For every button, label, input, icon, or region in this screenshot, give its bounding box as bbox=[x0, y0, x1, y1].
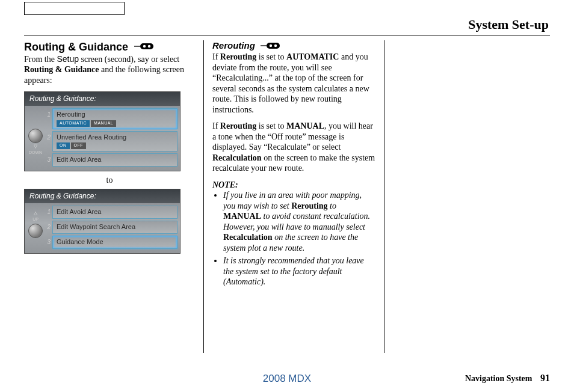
dial-knob-icon bbox=[28, 129, 43, 143]
column-1: Routing & Guidance From the Setup screen… bbox=[24, 40, 203, 353]
n1-f: Recalculation bbox=[223, 233, 273, 242]
ss2-row-1-num: 1 bbox=[45, 209, 51, 216]
ss1-row-1: 1 Rerouting AUTOMATIC MANUAL bbox=[52, 108, 177, 129]
screenshot-1-rows: 1 Rerouting AUTOMATIC MANUAL 2 Unverifie… bbox=[46, 106, 180, 171]
p2-bold3: Recalculation bbox=[212, 153, 262, 162]
intro-paragraph: From the Setup screen (second), say or s… bbox=[24, 54, 195, 86]
footer-model-year: 2008 MDX bbox=[24, 373, 550, 385]
chevron-down-icon: ▽ bbox=[34, 144, 37, 149]
between-label: to bbox=[24, 175, 195, 186]
screenshot-1-body: ▽ DOWN 1 Rerouting AUTOMATIC MANUAL bbox=[25, 106, 180, 171]
ss2-row-1-label: Edit Avoid Area bbox=[57, 208, 101, 215]
p2-text: If bbox=[212, 121, 220, 130]
content-columns: Routing & Guidance From the Setup screen… bbox=[24, 40, 550, 353]
ss2-row-2-label: Edit Waypoint Search Area bbox=[57, 223, 135, 230]
ss1-row-2-label: Unverified Area Routing bbox=[57, 133, 126, 141]
intro-bold: Routing & Guidance bbox=[24, 65, 99, 74]
toggle-manual: MANUAL bbox=[91, 120, 116, 127]
screenshot-1-dial: ▽ DOWN bbox=[25, 106, 46, 171]
p1-bold1: Rerouting bbox=[220, 52, 256, 61]
ss1-row-2-toggles: ON OFF bbox=[57, 142, 173, 149]
n1-c: to bbox=[328, 201, 336, 210]
ss1-row-1-toggles: AUTOMATIC MANUAL bbox=[57, 120, 173, 127]
note-item-1: If you live in an area with poor mapping… bbox=[223, 190, 375, 253]
ss1-row-1-label: Rerouting bbox=[57, 111, 85, 118]
screenshot-2-dial: △ UP bbox=[25, 203, 46, 253]
svg-point-2 bbox=[143, 45, 145, 47]
paragraph-manual: If Rerouting is set to MANUAL, you will … bbox=[212, 121, 375, 174]
dial-down-label: DOWN bbox=[29, 150, 42, 156]
paragraph-automatic: If Rerouting is set to AUTOMATIC and you… bbox=[212, 52, 375, 115]
ss2-row-3-num: 3 bbox=[45, 239, 51, 247]
note-list: If you live in an area with poor mapping… bbox=[212, 190, 375, 287]
dial-knob-icon bbox=[28, 224, 43, 238]
column-3 bbox=[384, 40, 540, 353]
column-2: Rerouting If Rerouting is set to AUTOMAT… bbox=[203, 40, 384, 353]
p2-bold1: Rerouting bbox=[220, 121, 256, 130]
p1-text2: is set to bbox=[256, 52, 286, 61]
note-item-2: It is strongly recommended that you leav… bbox=[223, 256, 375, 287]
ss1-row-2: 2 Unverified Area Routing ON OFF bbox=[52, 131, 177, 152]
screenshot-2-rows: 1 Edit Avoid Area 2 Edit Waypoint Search… bbox=[46, 203, 180, 253]
subsection-heading: Rerouting bbox=[212, 40, 255, 52]
ss1-row-3: 3 Edit Avoid Area bbox=[52, 153, 177, 167]
ss1-row-3-num: 3 bbox=[45, 156, 51, 164]
ss2-row-3: 3 Guidance Mode bbox=[52, 236, 177, 249]
voice-icon bbox=[261, 41, 281, 50]
intro-text-1: From the bbox=[24, 55, 57, 64]
chevron-up-icon: △ bbox=[34, 211, 37, 216]
p2-text2: is set to bbox=[256, 121, 286, 130]
screenshot-1-title: Routing & Guidance: bbox=[25, 92, 180, 106]
subsection-heading-row: Rerouting bbox=[212, 40, 375, 52]
top-empty-box bbox=[24, 2, 125, 15]
toggle-automatic: AUTOMATIC bbox=[57, 120, 90, 127]
section-heading: Routing & Guidance bbox=[24, 40, 128, 54]
screenshot-1: Routing & Guidance: ▽ DOWN 1 Rerouting bbox=[24, 91, 181, 171]
screenshot-2-body: △ UP 1 Edit Avoid Area 2 Edit Waypoint S… bbox=[25, 203, 180, 253]
intro-text-2: screen (second), say or select bbox=[79, 55, 179, 64]
ss1-row-3-label: Edit Avoid Area bbox=[57, 156, 101, 163]
p1-text: If bbox=[212, 52, 220, 61]
n1-d: MANUAL bbox=[223, 212, 261, 221]
ss1-row-2-num: 2 bbox=[45, 134, 51, 142]
screenshot-2: Routing & Guidance: △ UP 1 Edit Avoid Ar… bbox=[24, 189, 181, 253]
ss2-row-3-label: Guidance Mode bbox=[57, 238, 103, 245]
page-footer: 2008 MDX Navigation System 91 bbox=[24, 373, 550, 384]
svg-point-6 bbox=[270, 44, 272, 47]
page-header-title: System Set-up bbox=[24, 17, 550, 32]
header-rule bbox=[24, 35, 550, 35]
svg-rect-5 bbox=[267, 43, 280, 49]
svg-point-7 bbox=[274, 44, 277, 47]
intro-setup-word: Setup bbox=[57, 54, 79, 64]
p1-text3: and you deviate from the route, you will… bbox=[212, 52, 369, 114]
note-label: NOTE: bbox=[212, 180, 375, 191]
p2-bold2: MANUAL bbox=[286, 121, 324, 130]
dial-up-label: UP bbox=[32, 217, 39, 222]
toggle-on: ON bbox=[57, 142, 70, 149]
screenshot-2-title: Routing & Guidance: bbox=[25, 189, 180, 203]
svg-rect-1 bbox=[140, 43, 153, 49]
ss2-row-2: 2 Edit Waypoint Search Area bbox=[52, 221, 177, 234]
toggle-off: OFF bbox=[71, 142, 87, 149]
svg-point-3 bbox=[147, 45, 150, 47]
section-heading-row: Routing & Guidance bbox=[24, 40, 195, 54]
voice-icon bbox=[134, 42, 155, 51]
ss1-row-1-num: 1 bbox=[45, 111, 51, 119]
ss2-row-2-num: 2 bbox=[45, 224, 51, 231]
ss2-row-1: 1 Edit Avoid Area bbox=[52, 206, 177, 219]
p1-bold2: AUTOMATIC bbox=[286, 52, 339, 61]
n1-b: Rerouting bbox=[291, 201, 327, 210]
